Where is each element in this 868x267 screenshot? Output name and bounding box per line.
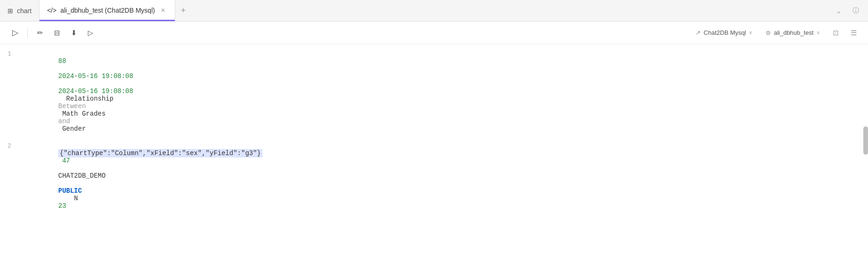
token-text-and: and [58, 118, 70, 125]
tab-dropdown-button[interactable]: ⌄ [832, 4, 845, 17]
save-icon: ⊟ [54, 29, 60, 37]
code-line-2: 2 {"chartType":"Column","xField":"sex","… [0, 141, 868, 218]
token-date-1: 2024-05-16 19:08:08 [58, 72, 133, 80]
tab-chart[interactable]: ⊞ chart [0, 0, 39, 21]
right-icon-2-button[interactable]: ☰ [846, 26, 860, 40]
tab-add-icon: + [181, 6, 186, 16]
toolbar: ▷ ✏ ⊟ ⬇ ▷ ↗ Chat2DB Mysql ∨ ⊜ ali_dbhub_… [0, 22, 868, 44]
download-icon: ⬇ [71, 29, 77, 37]
list-icon: ☰ [851, 29, 857, 37]
tab-ali-dbhub-label: ali_dbhub_test (Chat2DB Mysql) [60, 7, 155, 14]
toolbar-divider [27, 28, 28, 38]
db-connection-icon: ↗ [696, 29, 701, 36]
download-button[interactable]: ⬇ [66, 25, 81, 40]
right-icon-1-button[interactable]: ⊡ [829, 26, 843, 40]
edit-button[interactable]: ✏ [32, 25, 47, 40]
token-space [58, 180, 66, 187]
editor-scrollbar[interactable] [863, 126, 868, 155]
token-text-between: Between [58, 102, 86, 110]
tab-add-button[interactable]: + [175, 0, 192, 21]
db-connection-dropdown-icon: ∨ [749, 30, 752, 36]
play-button[interactable]: ▷ [83, 25, 98, 40]
run-icon: ▷ [12, 28, 18, 38]
edit-icon: ✏ [37, 29, 43, 37]
run-button[interactable]: ▷ [8, 25, 23, 40]
token-space [58, 80, 66, 87]
db-schema-name: ali_dbhub_test [774, 29, 814, 36]
tab-bar-right: ⌄ ⓘ [827, 0, 868, 21]
token-text-math: Math Grades [58, 110, 109, 118]
token-text-public: PUBLIC [58, 187, 82, 195]
token-text-relationship: Relationship [58, 95, 117, 102]
save-button[interactable]: ⊟ [49, 25, 64, 40]
editor-wrapper: 1 88 2024-05-16 19:08:08 2024-05-16 19:0… [0, 44, 868, 267]
toolbar-right: ↗ Chat2DB Mysql ∨ ⊜ ali_dbhub_test ∨ ⊡ ☰ [691, 26, 860, 40]
token-number-88: 88 [58, 57, 66, 65]
chart-table-icon: ⊞ [8, 7, 13, 15]
token-space [58, 65, 66, 72]
token-number-47: 47 [58, 157, 70, 165]
editor-content: 1 88 2024-05-16 19:08:08 2024-05-16 19:0… [0, 44, 868, 267]
token-text-chat2db-demo: CHAT2DB_DEMO [58, 172, 106, 180]
db-schema-dropdown-icon: ∨ [816, 30, 820, 36]
editor-area[interactable]: 1 88 2024-05-16 19:08:08 2024-05-16 19:0… [0, 44, 868, 267]
tab-chart-label: chart [17, 7, 31, 15]
token-json-block: {"chartType":"Column","xField":"sex","yF… [58, 149, 262, 157]
tab-ali-dbhub[interactable]: </> ali_dbhub_test (Chat2DB Mysql) ✕ [39, 0, 175, 21]
clipboard-icon: ⊡ [833, 29, 839, 37]
line-number-2: 2 [0, 142, 19, 149]
token-text-gender: Gender [58, 125, 86, 133]
line-content-2: {"chartType":"Column","xField":"sex","yF… [19, 142, 868, 217]
token-space [58, 165, 74, 172]
chevron-down-icon: ⌄ [836, 7, 842, 15]
db-connection-name: Chat2DB Mysql [704, 29, 746, 36]
info-icon: ⓘ [852, 7, 859, 15]
token-number-23: 23 [58, 202, 66, 210]
db-schema-icon: ⊜ [766, 29, 771, 36]
play-icon: ▷ [88, 29, 93, 37]
token-date-2: 2024-05-16 19:08:08 [58, 87, 133, 95]
tab-bar: ⊞ chart </> ali_dbhub_test (Chat2DB Mysq… [0, 0, 868, 22]
line-number-1: 1 [0, 50, 19, 57]
token-text-n: N [58, 195, 82, 202]
line-content-1: 88 2024-05-16 19:08:08 2024-05-16 19:08:… [19, 50, 868, 140]
tab-close-button[interactable]: ✕ [159, 6, 167, 15]
tab-bar-spacer [191, 0, 827, 21]
db-schema-selector[interactable]: ⊜ ali_dbhub_test ∨ [761, 27, 825, 38]
tab-info-button[interactable]: ⓘ [849, 4, 862, 17]
db-connection-selector[interactable]: ↗ Chat2DB Mysql ∨ [691, 27, 757, 38]
code-icon: </> [47, 7, 56, 14]
code-line-1: 1 88 2024-05-16 19:08:08 2024-05-16 19:0… [0, 49, 868, 141]
